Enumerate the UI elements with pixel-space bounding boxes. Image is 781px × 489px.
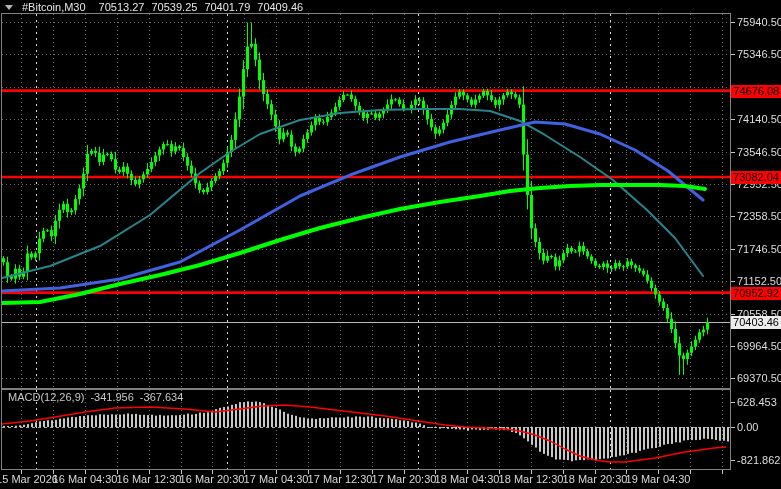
ohlc-high: 70539.25 (151, 1, 197, 13)
time-axis-label: 17 Mar 20:30 (372, 473, 437, 485)
time-axis-label: 18 Mar 12:30 (499, 473, 564, 485)
price-axis-label: 71746.50 (737, 243, 781, 255)
time-axis-label: 17 Mar 04:30 (244, 473, 309, 485)
time-axis-label: 17 Mar 12:30 (308, 473, 373, 485)
resistance-level-badge: 70952.92 (731, 287, 781, 300)
price-axis-label: 75940.50 (737, 16, 781, 28)
price-axis-label: 75346.50 (737, 48, 781, 60)
macd-scale-label: 628.453 (737, 396, 781, 408)
time-axis-label: 16 Mar 04:30 (53, 473, 118, 485)
time-axis-label: 15 Mar 2026 (0, 473, 58, 485)
macd-value-signal: -367.634 (140, 391, 183, 403)
macd-name: MACD(12,26,9) (8, 391, 84, 403)
ohlc-open: 70513.27 (99, 1, 145, 13)
price-axis-label: 73546.50 (737, 146, 781, 158)
ohlc-close: 70409.46 (257, 1, 303, 13)
chart-menu-triangle-icon (5, 5, 13, 10)
resistance-level-badge: 74676.08 (731, 85, 781, 98)
time-axis-label: 16 Mar 20:30 (180, 473, 245, 485)
resistance-level-badge: 73082.04 (731, 171, 781, 184)
current-price-badge: 70403.46 (731, 316, 781, 329)
macd-scale-label: -821.862 (737, 454, 781, 466)
macd-scale-label: 0.00 (737, 421, 781, 433)
ohlc-low: 70401.79 (204, 1, 250, 13)
macd-indicator-label: MACD(12,26,9) -341.956 -367.634 (8, 391, 183, 403)
price-axis-label: 69370.50 (737, 372, 781, 384)
time-axis-label: 18 Mar 04:30 (435, 473, 500, 485)
price-axis-label: 72358.50 (737, 210, 781, 222)
symbol-name: #Bitcoin,M30 (22, 1, 86, 13)
ohlc-header: #Bitcoin,M30 70513.27 70539.25 70401.79 … (5, 1, 303, 13)
time-axis-label: 18 Mar 20:30 (563, 473, 628, 485)
time-axis-label: 19 Mar 04:30 (626, 473, 691, 485)
trading-chart-window: #Bitcoin,M30 70513.27 70539.25 70401.79 … (0, 0, 781, 489)
price-chart-canvas[interactable] (0, 0, 781, 489)
price-axis-label: 74140.50 (737, 113, 781, 125)
price-axis-label: 69964.50 (737, 340, 781, 352)
price-axis-label: 71152.50 (737, 275, 781, 287)
time-axis-label: 16 Mar 12:30 (117, 473, 182, 485)
macd-value-main: -341.956 (90, 391, 133, 403)
